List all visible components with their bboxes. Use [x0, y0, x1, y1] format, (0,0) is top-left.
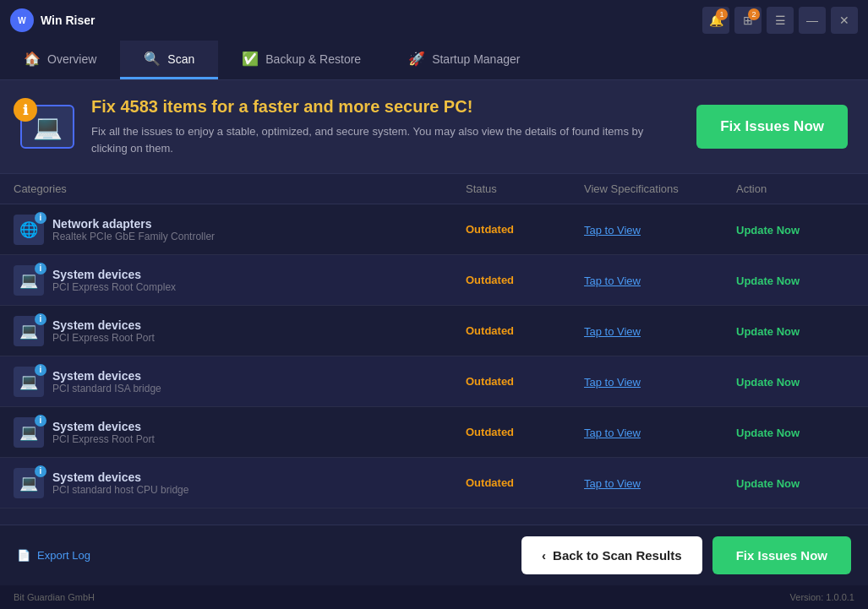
row-device-icon: 💻 i	[14, 417, 44, 448]
col-view-specs: View Specifications	[584, 182, 736, 195]
tap-to-view-link[interactable]: Tap to View	[584, 477, 641, 490]
table-row: 💻 i System devices PCI standard host CPU…	[0, 458, 868, 508]
row-device-icon: 💻 i	[14, 367, 44, 397]
banner: 💻 ℹ Fix 4583 items for a faster and more…	[0, 80, 868, 174]
notifications-badge: 1	[716, 8, 728, 20]
main-content: 🏠 Overview 🔍 Scan ✅ Backup & Restore 🚀 S…	[0, 41, 868, 585]
row-device-sub: PCI Express Root Port	[52, 433, 155, 445]
row-status: Outdated	[466, 426, 584, 438]
table-header: Categories Status View Specifications Ac…	[0, 174, 868, 204]
banner-subtitle: Fix all the issues to enjoy a stable, op…	[91, 123, 680, 156]
col-categories: Categories	[14, 182, 466, 195]
notifications-button[interactable]: 🔔 1	[702, 7, 729, 34]
back-to-scan-button[interactable]: ‹ Back to Scan Results	[521, 536, 702, 574]
row-status: Outdated	[466, 375, 584, 388]
window-controls: 🔔 1 ⊞ 2 ☰ — ✕	[702, 7, 858, 34]
banner-icon-wrap: 💻 ℹ	[20, 105, 74, 149]
row-category: 💻 i System devices PCI standard ISA brid…	[14, 367, 466, 397]
tap-to-view-link[interactable]: Tap to View	[584, 224, 641, 237]
info-dot: i	[35, 415, 46, 427]
tap-to-view-link[interactable]: Tap to View	[584, 427, 641, 439]
table-row: 💻 i System devices PCI Express Root Comp…	[0, 255, 868, 306]
update-now-link[interactable]: Update Now	[736, 325, 800, 338]
table-scroll[interactable]: 🌐 i Network adapters Realtek PCIe GbE Fa…	[0, 204, 868, 508]
row-info: System devices PCI Express Root Port	[52, 318, 155, 344]
results-table: Categories Status View Specifications Ac…	[0, 174, 868, 525]
row-info: System devices PCI Express Root Complex	[52, 268, 176, 293]
export-log-icon: 📄	[17, 549, 30, 562]
minimize-button[interactable]: —	[799, 7, 826, 34]
tab-backup[interactable]: ✅ Backup & Restore	[218, 41, 385, 79]
col-action: Action	[736, 182, 854, 195]
row-category: 🌐 i Network adapters Realtek PCIe GbE Fa…	[14, 215, 466, 245]
svg-text:W: W	[18, 16, 26, 25]
info-dot: i	[35, 465, 46, 477]
footer: 📄 Export Log ‹ Back to Scan Results Fix …	[0, 525, 868, 585]
row-status: Outdated	[466, 476, 584, 489]
row-status: Outdated	[466, 324, 584, 337]
table-row: 🌐 i Network adapters Realtek PCIe GbE Fa…	[0, 204, 868, 255]
row-device-name: Network adapters	[52, 217, 215, 231]
menu-button[interactable]: ☰	[767, 7, 794, 34]
row-device-icon: 💻 i	[14, 468, 44, 498]
row-device-name: System devices	[52, 420, 155, 433]
row-info: System devices PCI standard ISA bridge	[52, 369, 161, 394]
update-now-link[interactable]: Update Now	[736, 477, 800, 490]
apps-button[interactable]: ⊞ 2	[734, 7, 762, 34]
update-now-link[interactable]: Update Now	[736, 224, 800, 237]
row-category: 💻 i System devices PCI Express Root Comp…	[14, 265, 466, 296]
app-logo: W	[10, 8, 34, 32]
row-info: Network adapters Realtek PCIe GbE Family…	[52, 217, 215, 242]
status-bar: Bit Guardian GmbH Version: 1.0.0.1	[0, 585, 868, 609]
row-category: 💻 i System devices PCI Express Root Port	[14, 316, 466, 346]
row-category: 💻 i System devices PCI Express Root Port	[14, 417, 466, 448]
back-chevron-icon: ‹	[542, 548, 546, 563]
version-info: Version: 1.0.0.1	[790, 592, 854, 602]
update-now-link[interactable]: Update Now	[736, 275, 800, 287]
row-device-sub: PCI standard host CPU bridge	[52, 484, 188, 496]
info-dot: i	[35, 263, 46, 275]
info-dot: i	[35, 212, 46, 224]
row-device-sub: PCI standard ISA bridge	[52, 383, 161, 394]
backup-icon: ✅	[242, 51, 259, 67]
tap-to-view-link[interactable]: Tap to View	[584, 325, 641, 338]
tab-overview-label: Overview	[47, 52, 96, 66]
overview-icon: 🏠	[24, 51, 41, 67]
row-info: System devices PCI standard host CPU bri…	[52, 470, 188, 496]
fix-issues-button-footer[interactable]: Fix Issues Now	[712, 536, 851, 574]
info-dot: i	[35, 364, 46, 376]
close-button[interactable]: ✕	[831, 7, 858, 34]
tab-backup-label: Backup & Restore	[265, 52, 361, 66]
row-info: System devices PCI Express Root Port	[52, 420, 155, 445]
table-row: 💻 i System devices PCI Express Root Port…	[0, 407, 868, 458]
update-now-link[interactable]: Update Now	[736, 427, 800, 439]
row-device-sub: PCI Express Root Port	[52, 332, 155, 344]
app-name: Win Riser	[41, 14, 696, 27]
row-category: 💻 i System devices PCI standard host CPU…	[14, 468, 466, 498]
tab-scan[interactable]: 🔍 Scan	[120, 41, 218, 79]
scan-icon: 🔍	[144, 51, 161, 67]
export-log-button[interactable]: 📄 Export Log	[17, 549, 90, 562]
row-status: Outdated	[466, 223, 584, 236]
row-device-icon: 🌐 i	[14, 215, 44, 245]
row-device-name: System devices	[52, 318, 155, 332]
tab-startup[interactable]: 🚀 Startup Manager	[385, 41, 543, 79]
tab-scan-label: Scan	[167, 52, 194, 66]
nav-tabs: 🏠 Overview 🔍 Scan ✅ Backup & Restore 🚀 S…	[0, 41, 868, 80]
back-btn-label: Back to Scan Results	[553, 548, 682, 563]
row-status: Outdated	[466, 274, 584, 286]
row-device-sub: Realtek PCIe GbE Family Controller	[52, 231, 215, 242]
tab-overview[interactable]: 🏠 Overview	[0, 41, 120, 79]
tab-startup-label: Startup Manager	[432, 52, 520, 66]
tap-to-view-link[interactable]: Tap to View	[584, 376, 641, 389]
update-now-link[interactable]: Update Now	[736, 376, 800, 389]
export-log-label: Export Log	[37, 549, 90, 562]
alert-badge: ℹ	[14, 98, 37, 122]
apps-badge: 2	[748, 8, 760, 20]
banner-title: Fix 4583 items for a faster and more sec…	[91, 97, 680, 117]
row-device-name: System devices	[52, 470, 188, 484]
table-row: 💻 i System devices PCI standard ISA brid…	[0, 356, 868, 407]
row-device-icon: 💻 i	[14, 316, 44, 346]
tap-to-view-link[interactable]: Tap to View	[584, 275, 641, 287]
fix-issues-button-banner[interactable]: Fix Issues Now	[696, 105, 848, 149]
